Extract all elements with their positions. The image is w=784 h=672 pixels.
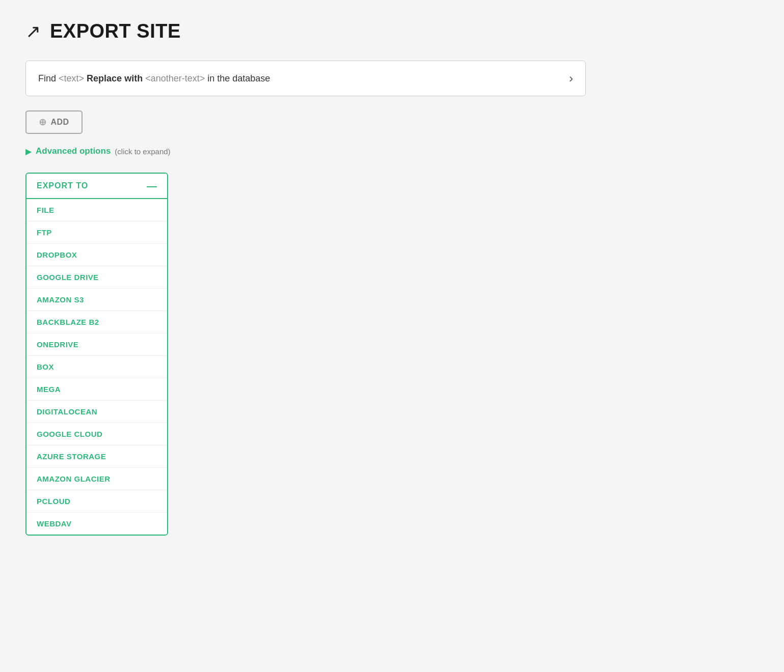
- tag1: <text>: [59, 73, 84, 83]
- find-replace-bar[interactable]: Find <text> Replace with <another-text> …: [25, 61, 586, 96]
- export-icon: ↗: [25, 21, 41, 42]
- page-title: EXPORT SITE: [50, 20, 181, 42]
- collapse-panel-button[interactable]: —: [147, 181, 157, 191]
- page-header: ↗ EXPORT SITE: [25, 20, 759, 42]
- add-button-label: ADD: [51, 118, 69, 127]
- export-destination-item[interactable]: AZURE STORAGE: [26, 445, 167, 468]
- suffix-text: in the database: [207, 73, 270, 83]
- export-destination-item[interactable]: BACKBLAZE B2: [26, 311, 167, 333]
- advanced-options[interactable]: ▶ Advanced options (click to expand): [25, 146, 759, 156]
- export-to-panel: EXPORT TO — FILEFTPDROPBOXGOOGLE DRIVEAM…: [25, 173, 168, 536]
- export-destination-item[interactable]: AMAZON S3: [26, 289, 167, 311]
- advanced-options-hint: (click to expand): [115, 147, 170, 156]
- export-destination-item[interactable]: BOX: [26, 356, 167, 378]
- export-destination-item[interactable]: FTP: [26, 221, 167, 244]
- export-panel-title: EXPORT TO: [37, 181, 88, 190]
- add-plus-icon: ⊕: [39, 117, 47, 128]
- export-destination-item[interactable]: GOOGLE CLOUD: [26, 423, 167, 445]
- export-destination-item[interactable]: GOOGLE DRIVE: [26, 266, 167, 289]
- export-destination-item[interactable]: ONEDRIVE: [26, 333, 167, 356]
- export-destination-item[interactable]: PCLOUD: [26, 490, 167, 513]
- find-replace-text: Find <text> Replace with <another-text> …: [38, 73, 270, 84]
- tag2: <another-text>: [145, 73, 205, 83]
- export-destination-item[interactable]: DROPBOX: [26, 244, 167, 266]
- action-label: Replace with: [87, 73, 145, 83]
- export-destination-list: FILEFTPDROPBOXGOOGLE DRIVEAMAZON S3BACKB…: [26, 199, 167, 535]
- export-destination-item[interactable]: MEGA: [26, 378, 167, 401]
- expand-arrow-icon: ▶: [25, 147, 32, 156]
- export-panel-header: EXPORT TO —: [26, 174, 167, 199]
- export-destination-item[interactable]: FILE: [26, 199, 167, 221]
- export-destination-item[interactable]: AMAZON GLACIER: [26, 468, 167, 490]
- export-destination-item[interactable]: DIGITALOCEAN: [26, 401, 167, 423]
- add-button[interactable]: ⊕ ADD: [25, 110, 83, 134]
- navigate-arrow-icon[interactable]: ›: [569, 71, 573, 86]
- advanced-options-label: Advanced options: [36, 146, 111, 156]
- export-destination-item[interactable]: WEBDAV: [26, 513, 167, 535]
